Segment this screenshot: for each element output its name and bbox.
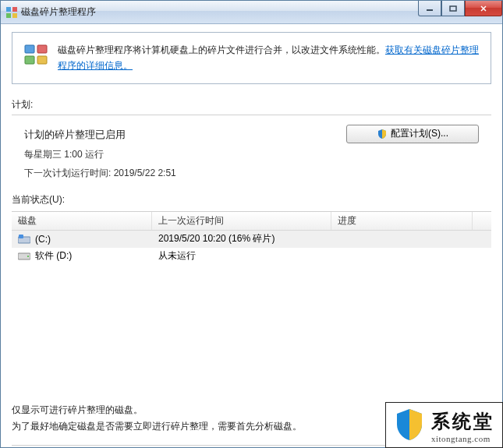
watermark-url: xitongtang.com (431, 434, 494, 443)
list-body: (C:) 2019/5/20 10:20 (16% 碎片) 软件 (D:) 从未… (12, 231, 491, 340)
watermark-shield-icon (394, 407, 425, 444)
defrag-window: 磁盘碎片整理程序 磁盘碎片整理程序将计算机硬盘上的碎片文件进行合并，以改进文件系… (0, 0, 503, 448)
drive-name: (C:) (35, 234, 51, 245)
schedule-next-run: 下一次计划运行时间: 2019/5/22 2:51 (24, 164, 334, 182)
divider (12, 115, 491, 115)
status-label: 当前状态(U): (12, 193, 491, 206)
configure-schedule-label: 配置计划(S)... (391, 127, 448, 140)
plan-label: 计划: (12, 98, 491, 111)
schedule-frequency: 每星期三 1:00 运行 (24, 145, 334, 164)
svg-rect-7 (37, 45, 47, 53)
shield-icon (377, 129, 388, 139)
app-icon (5, 6, 18, 19)
drive-list: 磁盘 上一次运行时间 进度 (C:) 2019/5/20 10:20 (16% … (12, 211, 491, 340)
minimize-button[interactable] (418, 1, 441, 16)
table-row[interactable]: (C:) 2019/5/20 10:20 (16% 碎片) (12, 231, 491, 248)
schedule-section: 计划的碎片整理已启用 每星期三 1:00 运行 下一次计划运行时间: 2019/… (12, 125, 491, 182)
window-title: 磁盘碎片整理程序 (21, 5, 96, 19)
watermark-title: 系统堂 (431, 409, 494, 434)
watermark-text: 系统堂 xitongtang.com (431, 409, 494, 443)
col-last-run[interactable]: 上一次运行时间 (152, 212, 331, 230)
svg-rect-13 (27, 256, 29, 257)
titlebar[interactable]: 磁盘碎片整理程序 (1, 1, 502, 24)
drive-name: 软件 (D:) (35, 249, 72, 263)
svg-rect-8 (25, 56, 34, 64)
maximize-button[interactable] (441, 1, 465, 16)
svg-rect-11 (19, 235, 23, 238)
system-drive-icon (18, 235, 30, 244)
col-disk[interactable]: 磁盘 (12, 212, 152, 230)
defrag-icon (23, 42, 48, 67)
client-area: 磁盘碎片整理程序将计算机硬盘上的碎片文件进行合并，以改进文件系统性能。获取有关磁… (1, 24, 502, 447)
schedule-title: 计划的碎片整理已启用 (24, 125, 334, 145)
watermark: 系统堂 xitongtang.com (385, 402, 503, 448)
data-drive-icon (18, 252, 30, 261)
configure-schedule-button[interactable]: 配置计划(S)... (346, 125, 479, 143)
banner-msg: 磁盘碎片整理程序将计算机硬盘上的碎片文件进行合并，以改进文件系统性能。 (58, 44, 385, 55)
col-spacer (473, 212, 491, 230)
svg-rect-6 (25, 45, 34, 53)
list-header: 磁盘 上一次运行时间 进度 (12, 212, 491, 231)
banner-text: 磁盘碎片整理程序将计算机硬盘上的碎片文件进行合并，以改进文件系统性能。获取有关磁… (58, 42, 480, 74)
schedule-info: 计划的碎片整理已启用 每星期三 1:00 运行 下一次计划运行时间: 2019/… (24, 125, 334, 182)
svg-rect-0 (6, 7, 11, 12)
svg-rect-5 (450, 6, 456, 11)
svg-rect-1 (12, 7, 17, 12)
svg-rect-3 (12, 13, 17, 18)
close-button[interactable] (465, 1, 502, 16)
drive-last-run: 2019/5/20 10:20 (16% 碎片) (152, 232, 331, 245)
window-controls (418, 1, 502, 16)
col-progress[interactable]: 进度 (331, 212, 473, 230)
svg-rect-9 (37, 56, 47, 64)
svg-rect-4 (427, 9, 433, 11)
svg-rect-2 (6, 13, 11, 18)
info-banner: 磁盘碎片整理程序将计算机硬盘上的碎片文件进行合并，以改进文件系统性能。获取有关磁… (12, 32, 491, 84)
table-row[interactable]: 软件 (D:) 从未运行 (12, 248, 491, 265)
drive-last-run: 从未运行 (152, 249, 331, 263)
